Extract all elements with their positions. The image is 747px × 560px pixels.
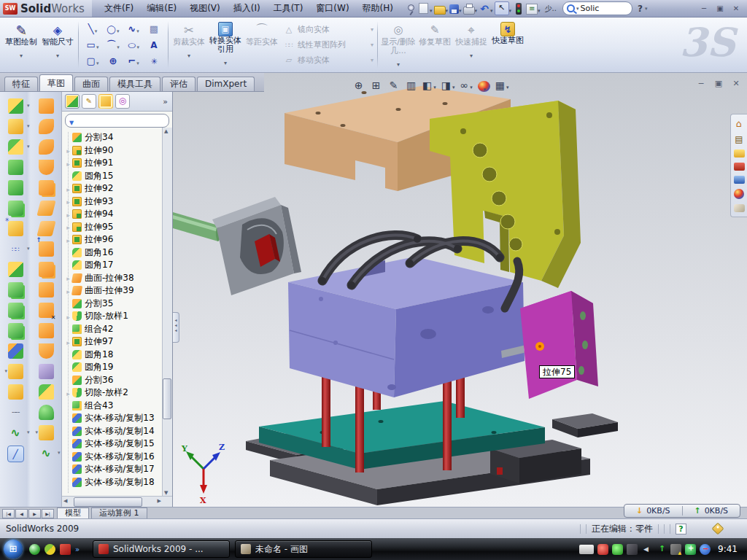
- quick-tips-button[interactable]: ?: [676, 524, 686, 534]
- options-icon[interactable]: [525, 1, 541, 15]
- doc-nav-button[interactable]: ◀: [15, 509, 28, 518]
- ribbon-tab[interactable]: 曲面: [74, 77, 108, 91]
- move-entities-button[interactable]: 移动实体▾: [280, 53, 375, 68]
- custom-properties-icon[interactable]: [734, 204, 745, 212]
- messenger-icon[interactable]: [29, 544, 40, 555]
- edit-appearance-icon[interactable]: [478, 81, 490, 92]
- tree-item[interactable]: 圆角17: [64, 259, 163, 272]
- hide-show-items-icon[interactable]: [460, 79, 473, 92]
- tree-expander-icon[interactable]: [64, 196, 72, 206]
- tree-expander-icon[interactable]: [64, 222, 72, 232]
- rib-icon[interactable]: [8, 262, 23, 277]
- doc-close-button[interactable]: ✕: [731, 77, 741, 90]
- smart-dimension-button[interactable]: 智能尺寸: [39, 19, 76, 71]
- linear-sketch-pattern-button[interactable]: 线性草图阵列▾: [280, 38, 375, 52]
- help-button[interactable]: ?: [638, 4, 643, 14]
- sketch-fillet-icon[interactable]: [123, 53, 144, 69]
- tree-expander-icon[interactable]: [64, 158, 72, 168]
- display-style-icon[interactable]: [441, 79, 455, 92]
- design-library-icon[interactable]: [734, 134, 745, 144]
- tree-item[interactable]: 拉伸91: [64, 157, 163, 170]
- game-platform-icon[interactable]: [627, 544, 638, 555]
- toolbar-overflow[interactable]: 少..: [545, 4, 557, 14]
- solidworks-resources-icon[interactable]: [734, 119, 745, 129]
- feature-manager-tab[interactable]: [65, 94, 80, 109]
- more-chevron-icon[interactable]: [75, 544, 84, 555]
- file-explorer-icon[interactable]: [734, 149, 745, 158]
- panel-splitter-handle[interactable]: [173, 312, 179, 343]
- ribbon-tab[interactable]: DimXpert: [197, 77, 255, 91]
- convert-entities-button[interactable]: 转换实体引用: [207, 19, 244, 71]
- curve-icon[interactable]: [8, 405, 23, 420]
- mirror-entities-button[interactable]: 镜向实体▾: [280, 23, 375, 37]
- mirror-body-icon[interactable]: [8, 303, 23, 318]
- undo-icon[interactable]: [478, 1, 494, 15]
- tree-item[interactable]: 拉伸96: [64, 233, 163, 246]
- defender-icon[interactable]: [685, 544, 696, 555]
- upload-manager-icon[interactable]: [656, 544, 667, 555]
- doc-nav-button[interactable]: ▶|: [42, 509, 54, 518]
- delete-face-icon[interactable]: [39, 303, 54, 318]
- extruded-cut-icon[interactable]: [8, 119, 23, 134]
- tree-expander-icon[interactable]: [64, 145, 72, 155]
- menu-item[interactable]: 插入(I): [227, 0, 267, 17]
- select-icon[interactable]: [494, 1, 513, 15]
- tree-item[interactable]: 分割36: [64, 374, 163, 387]
- tree-expander-icon[interactable]: [64, 337, 72, 347]
- trim-entities-button[interactable]: 剪裁实体: [171, 19, 207, 71]
- draft-icon[interactable]: [8, 282, 23, 298]
- surface-fillet-icon[interactable]: [39, 384, 54, 400]
- tree-expander-icon[interactable]: [64, 209, 72, 219]
- sketch-button[interactable]: 草图绘制: [3, 19, 39, 71]
- window-restore-button[interactable]: ▣: [715, 2, 725, 15]
- zoom-fit-icon[interactable]: [352, 79, 365, 92]
- rotate-view-icon[interactable]: [387, 79, 400, 92]
- tree-item[interactable]: 切除-放样2: [64, 386, 163, 400]
- tree-item[interactable]: 曲面-拉伸38: [64, 272, 163, 285]
- network-warning-icon[interactable]: [670, 544, 681, 555]
- trim-surface-icon[interactable]: [39, 139, 54, 155]
- doc-tab[interactable]: 模型: [57, 508, 89, 518]
- tree-item[interactable]: 圆角16: [64, 246, 163, 260]
- menu-item[interactable]: 视图(V): [183, 0, 227, 17]
- security-ball-icon[interactable]: [44, 544, 55, 555]
- tree-item[interactable]: 拉伸90: [64, 144, 163, 158]
- revolve-icon[interactable]: [8, 180, 23, 195]
- save-icon[interactable]: [449, 1, 462, 15]
- move-copy-body-icon[interactable]: [8, 343, 23, 359]
- delete-body-icon[interactable]: [8, 384, 23, 400]
- circle-icon[interactable]: [103, 21, 123, 37]
- property-manager-tab[interactable]: [82, 94, 96, 109]
- tree-expander-icon[interactable]: [64, 184, 72, 194]
- menu-item[interactable]: 文件(F): [98, 0, 140, 17]
- tree-expander-icon[interactable]: [64, 388, 72, 398]
- tree-expander-icon[interactable]: [64, 235, 72, 245]
- tree-item[interactable]: 实体-移动/复制14: [64, 425, 163, 438]
- lofted-surface-icon[interactable]: [39, 241, 54, 257]
- dome-icon[interactable]: [39, 405, 54, 420]
- tree-item[interactable]: 曲面-拉伸39: [64, 284, 163, 298]
- tree-item[interactable]: 实体-移动/复制15: [64, 438, 163, 451]
- filled-surface-icon[interactable]: [39, 180, 54, 195]
- revolved-surface-icon[interactable]: [39, 119, 54, 134]
- rectangle-icon[interactable]: [82, 37, 103, 53]
- rapid-sketch-button[interactable]: 快速草图: [489, 19, 526, 71]
- appearances-icon[interactable]: [734, 189, 744, 199]
- tree-item[interactable]: 拉伸92: [64, 182, 163, 195]
- repair-sketch-button[interactable]: 修复草图: [417, 19, 453, 71]
- arc-icon[interactable]: [103, 37, 123, 53]
- doc-restore-button[interactable]: ▣: [713, 77, 724, 90]
- view-orientation-icon[interactable]: [422, 79, 436, 92]
- offset-surface-icon[interactable]: [36, 201, 55, 216]
- planar-surface-icon[interactable]: [36, 221, 55, 236]
- apply-scene-icon[interactable]: [495, 79, 509, 92]
- extrude-boss-icon[interactable]: [8, 98, 23, 114]
- tree-item[interactable]: 组合43: [64, 400, 163, 413]
- spline-icon[interactable]: [123, 21, 144, 37]
- help-caret-icon[interactable]: ▾: [645, 6, 648, 12]
- window-minimize-button[interactable]: ─: [699, 2, 709, 15]
- tree-item[interactable]: 拉伸97: [64, 335, 163, 349]
- doc-nav-button[interactable]: ▶: [28, 509, 41, 518]
- antivirus-shield-icon[interactable]: [597, 544, 608, 555]
- doc-minimize-button[interactable]: ─: [696, 77, 706, 90]
